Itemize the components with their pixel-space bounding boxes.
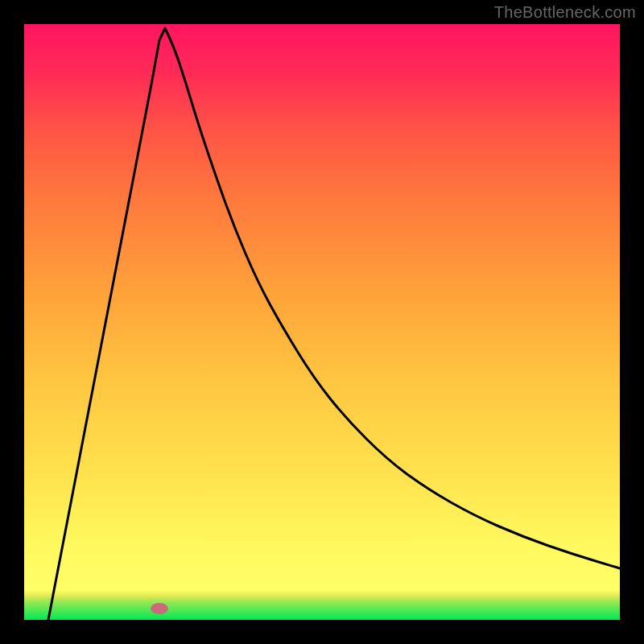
bottleneck-curve	[24, 24, 620, 620]
plot-area	[24, 24, 620, 620]
attribution-label: TheBottleneck.com	[494, 3, 636, 22]
chart-frame: TheBottleneck.com	[0, 0, 644, 644]
minimum-marker	[151, 603, 168, 614]
